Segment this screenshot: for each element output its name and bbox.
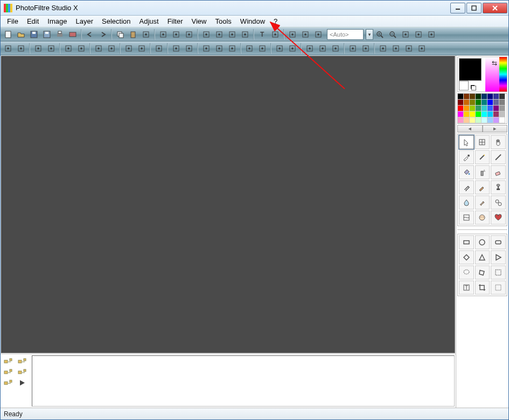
close-button[interactable]: [483, 3, 507, 13]
palette-swatch[interactable]: [499, 94, 505, 100]
save-as-button[interactable]: [40, 29, 53, 40]
palette-swatch[interactable]: [464, 94, 470, 100]
layer-tree-d-button[interactable]: [17, 367, 27, 377]
hue-bar[interactable]: [499, 57, 507, 92]
explorer-button[interactable]: [425, 29, 438, 40]
saturation-plus-button[interactable]: [105, 43, 118, 54]
paste-button[interactable]: [127, 29, 140, 40]
layer-strip[interactable]: [32, 355, 455, 407]
palette-swatch[interactable]: [476, 94, 482, 100]
tool-brush[interactable]: [459, 180, 474, 194]
tool-heart[interactable]: [491, 211, 506, 225]
menu-help[interactable]: ?: [269, 16, 282, 26]
contrast-plus-button[interactable]: [45, 43, 58, 54]
maximize-button[interactable]: [466, 3, 482, 13]
palette-swatch[interactable]: [487, 111, 493, 117]
redo-button[interactable]: [96, 29, 109, 40]
rotate-ccw-button[interactable]: [226, 29, 239, 40]
grayscale-button[interactable]: [157, 29, 170, 40]
palette-swatch[interactable]: [499, 117, 505, 123]
shape-magic-sel[interactable]: [491, 265, 506, 279]
minimize-button[interactable]: [450, 3, 465, 13]
palette-swatch[interactable]: [458, 106, 464, 111]
rain-button[interactable]: [286, 43, 299, 54]
palette-swatch[interactable]: [476, 111, 482, 117]
twain-button[interactable]: [66, 29, 79, 40]
foreground-color-swatch[interactable]: [459, 58, 482, 81]
palette-swatch[interactable]: [499, 106, 505, 111]
menu-adjust[interactable]: Adjust: [135, 16, 163, 26]
tool-distort[interactable]: [459, 211, 474, 225]
tool-bucket[interactable]: [459, 165, 474, 179]
options-button[interactable]: [312, 29, 325, 40]
palette-swatch[interactable]: [470, 94, 476, 100]
layer-tree-c-button[interactable]: [3, 367, 13, 377]
shape-triangle-r[interactable]: [491, 250, 506, 264]
tool-adv-brush[interactable]: [475, 180, 490, 194]
histogram-button[interactable]: [122, 43, 135, 54]
palette-swatch[interactable]: [458, 111, 464, 117]
swap-colors-icon[interactable]: ⇆: [492, 59, 497, 67]
palette-swatch[interactable]: [458, 94, 464, 100]
tool-hand[interactable]: [491, 135, 506, 149]
layer-tree-e-button[interactable]: [3, 378, 13, 388]
palette-swatch[interactable]: [458, 117, 464, 123]
fit-button[interactable]: [399, 29, 412, 40]
rotate-cw-button[interactable]: [239, 29, 252, 40]
copy-button[interactable]: [114, 29, 127, 40]
flip-h-button[interactable]: [200, 29, 213, 40]
emboss-button[interactable]: [256, 43, 269, 54]
palette-swatch[interactable]: [470, 106, 476, 111]
menu-file[interactable]: File: [3, 16, 23, 26]
palette-swatch[interactable]: [493, 106, 499, 111]
monitor-button[interactable]: [359, 43, 372, 54]
shape-diamond[interactable]: [459, 250, 474, 264]
gamma-minus-button[interactable]: [62, 43, 75, 54]
grid-c-button[interactable]: [226, 43, 239, 54]
palette-swatch[interactable]: [487, 100, 493, 106]
brightness-plus-button[interactable]: [15, 43, 27, 54]
grid-a-button[interactable]: [200, 43, 213, 54]
zoom-in-button[interactable]: [373, 29, 386, 40]
frame2-button[interactable]: [389, 43, 402, 54]
palette-swatch[interactable]: [476, 106, 482, 111]
menu-tools[interactable]: Tools: [211, 16, 236, 26]
default-colors-icon[interactable]: [471, 85, 476, 90]
tool-picker[interactable]: [459, 150, 474, 164]
palette-swatch[interactable]: [464, 111, 470, 117]
undo-button[interactable]: [83, 29, 96, 40]
layer-play-button[interactable]: [17, 378, 27, 388]
dither-button[interactable]: [183, 29, 196, 40]
tool-wand[interactable]: [475, 150, 490, 164]
contrast-minus-button[interactable]: [32, 43, 45, 54]
palette-swatch[interactable]: [464, 100, 470, 106]
palette-swatch[interactable]: [482, 94, 487, 100]
palette-swatch[interactable]: [493, 117, 499, 123]
menu-window[interactable]: Window: [236, 16, 269, 26]
zoom-combo-caret[interactable]: ▼: [366, 29, 373, 40]
palette-swatch[interactable]: [487, 117, 493, 123]
palette-swatch[interactable]: [458, 100, 464, 106]
print-button[interactable]: [53, 29, 66, 40]
palette-next-button[interactable]: ►: [483, 125, 508, 132]
menu-filter[interactable]: Filter: [163, 16, 187, 26]
palette-swatch[interactable]: [482, 100, 487, 106]
grid-b-button[interactable]: [213, 43, 226, 54]
save-button[interactable]: [27, 29, 40, 40]
text-button[interactable]: T: [256, 29, 269, 40]
palette-swatch[interactable]: [470, 117, 476, 123]
palette-swatch[interactable]: [482, 111, 487, 117]
levels-button[interactable]: [135, 43, 148, 54]
palette-swatch[interactable]: [482, 117, 487, 123]
gamma-plus-button[interactable]: [75, 43, 88, 54]
shape-lasso[interactable]: [459, 265, 474, 279]
palette-swatch[interactable]: [493, 100, 499, 106]
menu-edit[interactable]: Edit: [23, 16, 43, 26]
blur-button[interactable]: [183, 43, 196, 54]
saturation-minus-button[interactable]: [92, 43, 105, 54]
palette-swatch[interactable]: [493, 111, 499, 117]
line-button[interactable]: [269, 29, 282, 40]
zoom-out-button[interactable]: [386, 29, 399, 40]
menu-selection[interactable]: Selection: [97, 16, 135, 26]
brightness-minus-button[interactable]: [2, 43, 15, 54]
